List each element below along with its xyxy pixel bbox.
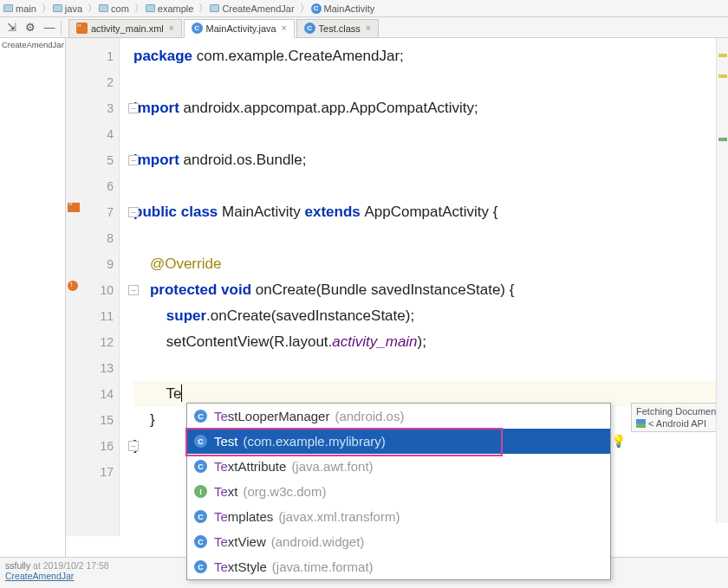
tab-activity-main-xml[interactable]: activity_main.xml× [68,19,182,38]
fold-icon[interactable]: – [128,441,139,451]
class-icon: C [194,560,207,573]
package-hint: (android.os) [335,409,404,423]
autocomplete-item-selected[interactable]: CTest(com.example.mylibrary) [187,429,610,454]
class-icon: C [194,510,207,523]
class-icon: C [194,460,207,473]
folder-icon [3,4,13,12]
sidebar-label: CreateAmendJar [0,38,65,51]
separator [61,21,62,35]
autocomplete-item[interactable]: CTextStyle(java.time.format) [187,554,610,579]
gutter-icon-column [66,38,85,523]
tab-label: activity_main.xml [91,23,164,34]
class-icon: C [192,23,203,34]
code-line: package com.example.CreateAmendJar; [133,43,728,69]
navigation-breadcrumb: main〉 java〉 com〉 example〉 CreateAmendJar… [0,0,728,17]
chevron-right-icon: 〉 [88,2,97,15]
gear-icon[interactable]: ⚙ [21,19,40,36]
doc-api-label: < Android API [648,418,706,429]
class-icon: C [194,435,207,448]
code-line [133,173,728,199]
editor-tabs: activity_main.xml× CMainActivity.java× C… [68,17,380,38]
tab-label: Test.class [319,23,361,34]
folder-icon [99,4,108,12]
folder-icon [53,4,62,12]
typed-text: Te [166,385,181,402]
xml-icon [76,23,88,34]
interface-icon: I [194,485,207,498]
code-line [133,121,728,147]
autocomplete-item[interactable]: CTestLooperManager(android.os) [187,404,610,429]
bulb-icon[interactable]: 💡 [611,434,626,448]
override-icon[interactable] [68,281,78,294]
tab-test-class[interactable]: CTest.class× [296,19,379,38]
scroll-marker-ok[interactable] [718,138,727,141]
scroll-marker-warning[interactable] [718,54,727,57]
package-hint: (javax.xml.transform) [278,509,400,524]
status-link[interactable]: CreateAmendJar [5,571,74,581]
tab-label: MainActivity.java [206,23,276,34]
class-icon: C [194,410,207,423]
expand-icon[interactable]: ⇲ [2,19,21,36]
class-icon: C [304,23,315,34]
autocomplete-item[interactable]: CTextAttribute(java.awt.font) [187,454,610,479]
scroll-marker-warning[interactable] [718,74,727,78]
tab-mainactivity-java[interactable]: CMainActivity.java× [184,19,295,38]
folder-icon [146,4,155,12]
code-line: setContentView(R.layout.activity_main); [133,329,728,355]
code-line [133,355,728,381]
doc-status-text: Fetching Document [636,406,723,417]
toolbar: ⇲ ⚙ — activity_main.xml× CMainActivity.j… [0,17,728,38]
chevron-right-icon: 〉 [300,2,309,15]
close-icon[interactable]: × [366,23,371,33]
documentation-panel: Fetching Document < Android API [631,403,728,432]
code-line: super.onCreate(savedInstanceState); [133,303,728,329]
code-line: – protected void onCreate(Bundle savedIn… [133,277,728,303]
fold-icon[interactable]: – [128,207,139,217]
breadcrumb-item[interactable]: com [99,3,129,14]
folder-icon [210,4,219,12]
scrollbar-track[interactable] [716,38,728,523]
package-hint: (android.widget) [271,534,365,549]
chevron-right-icon: 〉 [42,2,51,15]
autocomplete-item[interactable]: CTemplates(javax.xml.transform) [187,504,610,529]
close-icon[interactable]: × [282,23,287,33]
package-hint: (java.awt.font) [291,459,373,474]
collapse-icon[interactable]: — [40,19,59,36]
autocomplete-item[interactable]: CTextView(android.widget) [187,529,610,554]
breadcrumb-item[interactable]: CMainActivity [311,3,375,14]
status-timestamp: at 2019/10/2 17:58 [33,560,109,571]
autocomplete-popup: CTestLooperManager(android.os) CTest(com… [186,403,611,580]
breadcrumb-item[interactable]: java [53,3,82,14]
breadcrumb-item[interactable]: main [3,3,36,14]
package-hint: (java.time.format) [272,559,374,574]
status-text: ssfully [5,560,30,571]
class-icon: C [194,535,207,548]
package-hint: (com.example.mylibrary) [244,434,386,449]
close-icon[interactable]: × [169,23,174,33]
package-hint: (org.w3c.dom) [244,484,327,499]
autocomplete-item[interactable]: IText(org.w3c.dom) [187,479,610,504]
text-caret [181,384,182,402]
fold-icon[interactable]: – [128,155,139,165]
code-line [133,69,728,95]
breadcrumb-item[interactable]: example [146,3,194,14]
implements-icon[interactable] [68,203,80,215]
class-icon: C [311,3,322,14]
code-line: @Override [133,251,728,277]
code-line [133,225,728,251]
fold-icon[interactable]: – [128,285,139,295]
code-line: –public class MainActivity extends AppCo… [133,199,728,225]
code-line: –import androidx.appcompat.app.AppCompat… [133,95,728,121]
chart-icon [636,419,646,428]
chevron-right-icon: 〉 [198,2,208,15]
chevron-right-icon: 〉 [134,2,144,15]
breadcrumb-item[interactable]: CreateAmendJar [210,3,294,14]
code-line: –import android.os.Bundle; [133,147,728,173]
project-sidebar[interactable]: CreateAmendJar [0,38,66,563]
fold-icon[interactable]: – [128,103,139,113]
